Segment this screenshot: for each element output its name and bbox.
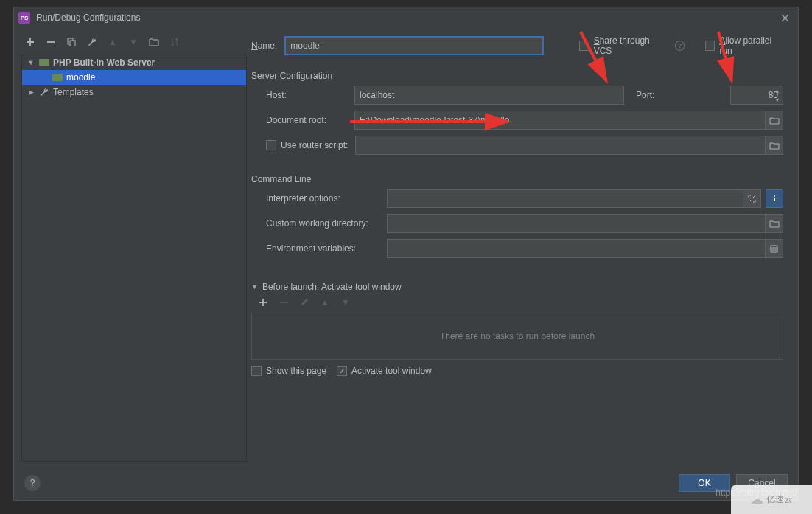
folder-icon bbox=[769, 220, 780, 228]
doc-root-row: Document root: bbox=[251, 111, 783, 130]
show-page-label: Show this page bbox=[266, 366, 326, 376]
expand-arrow-icon: ▼ bbox=[27, 59, 35, 66]
cloud-icon: ☁ bbox=[750, 491, 763, 507]
host-label: Host: bbox=[266, 90, 354, 100]
expand-button[interactable] bbox=[743, 189, 761, 208]
edit-icon[interactable] bbox=[298, 296, 310, 308]
router-label: Use router script: bbox=[281, 140, 348, 150]
help-icon[interactable]: ? bbox=[675, 41, 685, 51]
folder-icon[interactable] bbox=[148, 36, 160, 48]
wrench-icon[interactable] bbox=[86, 36, 98, 48]
before-launch-checks: Show this page Activate tool window bbox=[251, 366, 783, 376]
port-label: Port: bbox=[636, 90, 724, 100]
up-icon[interactable]: ▲ bbox=[319, 296, 331, 308]
collapse-arrow-icon: ▼ bbox=[251, 283, 258, 291]
show-page-checkbox[interactable]: Show this page bbox=[251, 366, 326, 376]
info-button[interactable] bbox=[766, 189, 783, 208]
share-vcs-checkbox[interactable]: Share through VCS ? bbox=[579, 35, 685, 56]
up-icon[interactable]: ▲ bbox=[107, 36, 119, 48]
tree-node-php-server[interactable]: ▼ PHP Built-in Web Server bbox=[22, 55, 246, 70]
router-input[interactable] bbox=[355, 136, 766, 155]
tree-label: Templates bbox=[53, 87, 94, 97]
titlebar: PS Run/Debug Configurations bbox=[14, 7, 798, 28]
app-icon: PS bbox=[18, 12, 30, 24]
activate-window-checkbox[interactable]: Activate tool window bbox=[337, 366, 432, 376]
copy-icon[interactable] bbox=[66, 36, 77, 48]
remove-icon[interactable] bbox=[45, 36, 57, 48]
server-config-section: Server Configuration bbox=[251, 71, 783, 81]
cwd-label: Custom working directory: bbox=[266, 218, 387, 229]
checkbox-checked-icon bbox=[337, 366, 347, 376]
name-row: Name: Share through VCS ? Allow parallel… bbox=[251, 35, 783, 56]
collapse-arrow-icon: ▶ bbox=[27, 88, 35, 96]
command-line-section: Command Line bbox=[251, 174, 783, 184]
tree-node-templates[interactable]: ▶ Templates bbox=[22, 85, 246, 100]
before-launch-section: ▼ Before launch: Activate tool window ▲ … bbox=[251, 282, 783, 376]
cwd-row: Custom working directory: bbox=[251, 214, 783, 233]
php-server-icon bbox=[38, 58, 50, 68]
checkbox-icon bbox=[579, 41, 589, 51]
doc-root-label: Document root: bbox=[266, 115, 354, 125]
add-icon[interactable] bbox=[24, 36, 36, 48]
tree-label: PHP Built-in Web Server bbox=[53, 58, 155, 68]
interp-row: Interpreter options: bbox=[251, 189, 783, 208]
interp-input[interactable] bbox=[387, 189, 743, 208]
router-row: Use router script: bbox=[251, 136, 783, 155]
port-spinner[interactable]: ▲▼ bbox=[772, 86, 783, 104]
spinner-down-icon[interactable]: ▼ bbox=[772, 95, 783, 104]
config-tree: ▼ PHP Built-in Web Server moodle ▶ Templ… bbox=[21, 55, 247, 462]
env-label: Environment variables: bbox=[266, 243, 387, 254]
down-icon[interactable]: ▼ bbox=[340, 296, 351, 308]
folder-icon bbox=[769, 142, 780, 150]
php-config-icon bbox=[52, 72, 63, 83]
interp-label: Interpreter options: bbox=[266, 193, 387, 204]
help-button[interactable]: ? bbox=[24, 475, 41, 491]
watermark: ☁ 亿速云 bbox=[731, 485, 812, 514]
env-input[interactable] bbox=[387, 239, 766, 258]
env-edit-button[interactable] bbox=[766, 239, 783, 258]
main-panel: Name: Share through VCS ? Allow parallel… bbox=[251, 28, 798, 466]
watermark-text: 亿速云 bbox=[766, 493, 793, 506]
tree-label: moodle bbox=[66, 72, 95, 83]
browse-button[interactable] bbox=[766, 111, 783, 130]
checkbox-icon bbox=[251, 366, 262, 376]
browse-button[interactable] bbox=[766, 136, 783, 155]
name-input[interactable] bbox=[284, 36, 544, 55]
checkbox-icon bbox=[266, 140, 276, 150]
cwd-input[interactable] bbox=[387, 214, 766, 233]
allow-label: Allow parallel run bbox=[719, 35, 783, 56]
activate-label: Activate tool window bbox=[351, 366, 432, 376]
tree-node-moodle[interactable]: moodle bbox=[22, 70, 246, 85]
doc-root-input[interactable] bbox=[354, 111, 766, 130]
run-debug-dialog: PS Run/Debug Configurations ▲ ▼ ▼ bbox=[13, 7, 799, 501]
dialog-footer: ? OK Cancel bbox=[14, 466, 798, 500]
close-button[interactable] bbox=[776, 9, 794, 27]
checkbox-icon bbox=[705, 41, 715, 51]
svg-rect-4 bbox=[771, 246, 777, 252]
sidebar-toolbar: ▲ ▼ bbox=[21, 32, 247, 52]
expand-icon bbox=[748, 195, 756, 203]
remove-icon[interactable] bbox=[278, 296, 290, 308]
browse-button[interactable] bbox=[766, 214, 783, 233]
svg-rect-1 bbox=[70, 41, 75, 46]
dialog-title: Run/Debug Configurations bbox=[36, 13, 776, 23]
empty-tasks-label: There are no tasks to run before launch bbox=[440, 331, 595, 341]
down-icon[interactable]: ▼ bbox=[127, 36, 139, 48]
spinner-up-icon[interactable]: ▲ bbox=[772, 86, 783, 95]
host-row: Host: Port: ▲▼ bbox=[251, 86, 783, 105]
dialog-body: ▲ ▼ ▼ PHP Built-in Web Server moodle ▶ bbox=[14, 28, 798, 466]
add-icon[interactable] bbox=[257, 296, 269, 308]
sort-icon[interactable] bbox=[169, 36, 181, 48]
svg-point-2 bbox=[774, 195, 775, 197]
router-checkbox[interactable]: Use router script: bbox=[266, 140, 348, 150]
before-launch-header[interactable]: ▼ Before launch: Activate tool window bbox=[251, 282, 783, 292]
share-label: Share through VCS bbox=[594, 35, 666, 56]
env-row: Environment variables: bbox=[251, 239, 783, 258]
allow-parallel-checkbox[interactable]: Allow parallel run bbox=[705, 35, 783, 56]
svg-rect-3 bbox=[774, 198, 775, 201]
sidebar: ▲ ▼ ▼ PHP Built-in Web Server moodle ▶ bbox=[14, 28, 251, 466]
folder-icon bbox=[769, 117, 780, 125]
host-input[interactable] bbox=[354, 86, 624, 105]
list-icon bbox=[770, 245, 778, 253]
info-icon bbox=[771, 195, 778, 202]
